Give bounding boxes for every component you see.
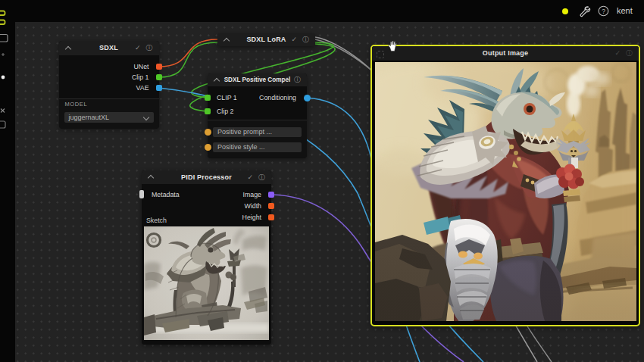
svg-text:?: ? bbox=[602, 8, 605, 15]
